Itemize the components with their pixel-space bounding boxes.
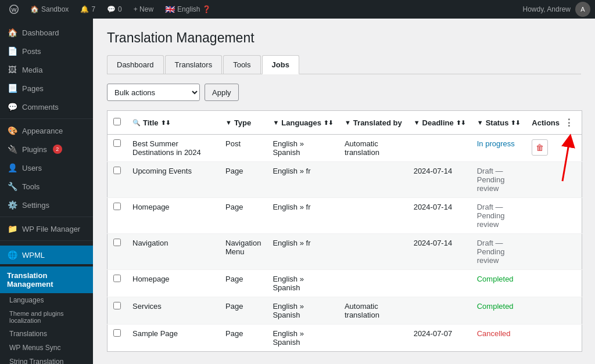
sidebar-item-appearance[interactable]: 🎨 Appearance <box>0 121 93 140</box>
wpml-menus-sync-link[interactable]: WP Menus Sync <box>0 341 93 355</box>
appearance-icon: 🎨 <box>7 126 17 135</box>
table-row: Sample Page Page English » Spanish 2024-… <box>107 325 582 352</box>
sidebar-item-plugins[interactable]: 🔌 Plugins 2 <box>0 140 93 158</box>
sort-status-icon[interactable]: ⬆⬇ <box>511 120 520 126</box>
filter-status-icon: ▼ <box>477 119 483 126</box>
job-status: Draft — Pending review <box>477 203 505 229</box>
new-content-link[interactable]: + New <box>129 0 158 19</box>
row-type-cell: Page <box>220 162 267 198</box>
file-manager-icon: 📁 <box>7 224 17 233</box>
tab-translators[interactable]: Translators <box>165 55 223 74</box>
table-row: Best Summer Destinations in 2024 Post En… <box>107 135 582 162</box>
row-title-cell: Upcoming Events <box>127 162 220 198</box>
row-check-cell <box>107 234 127 270</box>
sidebar-item-posts[interactable]: 📄 Posts <box>0 42 93 60</box>
wpml-string-translation-link[interactable]: String Translation <box>0 355 93 364</box>
tab-jobs[interactable]: Jobs <box>262 55 299 74</box>
wpml-translations-link[interactable]: Translations <box>0 327 93 341</box>
row-checkbox[interactable] <box>113 239 121 246</box>
col-header-actions: Actions ⋮ <box>526 111 582 135</box>
row-checkbox[interactable] <box>113 167 121 174</box>
bell-icon: 🔔 <box>80 5 89 13</box>
job-status: Draft — Pending review <box>477 167 505 193</box>
home-icon: 🏠 <box>30 5 39 13</box>
sidebar-item-users[interactable]: 👤 Users <box>0 158 93 177</box>
search-filter-icon: 🔍 <box>132 119 141 127</box>
plugins-icon: 🔌 <box>7 145 17 154</box>
sort-deadline-icon[interactable]: ⬆⬇ <box>456 120 465 126</box>
filter-deadline-icon: ▼ <box>414 119 420 126</box>
sidebar-item-settings[interactable]: ⚙️ Settings <box>0 196 93 214</box>
job-title: Homepage <box>132 203 170 211</box>
bulk-actions-select[interactable]: Bulk actions <box>107 84 200 101</box>
sidebar-item-label: Appearance <box>22 127 63 135</box>
howdy-text: Howdy, Andrew <box>523 5 571 13</box>
language-label: English <box>177 5 200 13</box>
row-languages-cell: English » Spanish <box>267 325 339 352</box>
sidebar-item-label: WPML <box>22 251 45 260</box>
sidebar-item-wpml[interactable]: 🌐 WPML <box>0 246 93 264</box>
site-name-link[interactable]: 🏠 Sandbox <box>26 0 73 19</box>
row-deadline-cell <box>408 270 471 297</box>
tab-dashboard[interactable]: Dashboard <box>107 55 164 74</box>
select-all-checkbox[interactable] <box>113 118 121 125</box>
job-deadline: 2024-07-14 <box>414 167 453 175</box>
row-title-cell: Navigation <box>127 234 220 270</box>
row-status-cell: Completed <box>471 297 526 325</box>
apply-button[interactable]: Apply <box>205 84 239 101</box>
row-checkbox[interactable] <box>113 203 121 210</box>
tools-icon: 🔧 <box>7 182 17 191</box>
comments-link[interactable]: 💬 0 <box>102 0 127 19</box>
sidebar-item-pages[interactable]: 📃 Pages <box>0 79 93 98</box>
row-check-cell <box>107 297 127 325</box>
sidebar-item-label: Pages <box>22 84 44 93</box>
sort-icon[interactable]: ⬆⬇ <box>161 120 170 126</box>
row-checkbox[interactable] <box>113 139 121 147</box>
wpml-languages-link[interactable]: Languages <box>0 293 93 307</box>
sidebar-item-wp-file-manager[interactable]: 📁 WP File Manager <box>0 219 93 238</box>
row-checkbox[interactable] <box>113 329 121 337</box>
job-status: Draft — Pending review <box>477 239 505 265</box>
row-check-cell <box>107 135 127 162</box>
job-type: Page <box>225 203 243 211</box>
row-checkbox[interactable] <box>113 302 121 309</box>
posts-icon: 📄 <box>7 46 17 56</box>
sidebar-item-media[interactable]: 🖼 Media <box>0 60 93 79</box>
row-languages-cell: English » Spanish <box>267 297 339 325</box>
wpml-theme-plugins-link[interactable]: Theme and plugins localization <box>0 307 93 327</box>
row-checkbox[interactable] <box>113 275 121 282</box>
row-type-cell: Page <box>220 325 267 352</box>
tab-tools[interactable]: Tools <box>223 55 260 74</box>
job-title: Upcoming Events <box>132 167 192 175</box>
language-selector[interactable]: 🇬🇧 English ❓ <box>160 0 216 19</box>
col-header-title: 🔍 Title ⬆⬇ <box>127 111 220 135</box>
row-translated-by-cell <box>339 325 408 352</box>
wpml-translation-management-header[interactable]: Translation Management <box>0 266 93 293</box>
wpml-section: 🌐 WPML Translation Management Languages … <box>0 243 93 364</box>
job-title: Homepage <box>132 275 170 283</box>
row-actions-cell: 🗑 <box>526 135 582 162</box>
sidebar: 🏠 Dashboard 📄 Posts 🖼 Media 📃 Pages 💬 Co… <box>0 19 93 364</box>
table-row: Homepage Page English » Spanish Complete… <box>107 270 582 297</box>
wp-logo[interactable]: W <box>5 0 23 19</box>
sidebar-item-tools[interactable]: 🔧 Tools <box>0 177 93 196</box>
admin-bar: W 🏠 Sandbox 🔔 7 💬 0 + New 🇬🇧 English ❓ H… <box>0 0 595 19</box>
row-actions-cell <box>526 234 582 270</box>
plugins-badge: 2 <box>53 145 62 154</box>
row-translated-by-cell: Automatic translation <box>339 135 408 162</box>
job-languages: English » fr <box>273 239 310 247</box>
row-type-cell: Navigation Menu <box>220 234 267 270</box>
delete-button[interactable]: 🗑 <box>532 139 548 156</box>
notifications-link[interactable]: 🔔 7 <box>76 0 100 19</box>
row-languages-cell: English » fr <box>267 162 339 198</box>
job-status: Completed <box>477 275 514 283</box>
row-status-cell: In progress <box>471 135 526 162</box>
row-type-cell: Page <box>220 270 267 297</box>
more-options-icon[interactable]: ⋮ <box>562 116 576 129</box>
sort-lang-icon[interactable]: ⬆⬇ <box>324 120 333 126</box>
sidebar-item-dashboard[interactable]: 🏠 Dashboard <box>0 23 93 42</box>
sidebar-item-label: Settings <box>22 201 49 210</box>
sidebar-item-comments[interactable]: 💬 Comments <box>0 98 93 116</box>
job-languages: English » fr <box>273 167 310 175</box>
job-title: Services <box>132 302 162 311</box>
